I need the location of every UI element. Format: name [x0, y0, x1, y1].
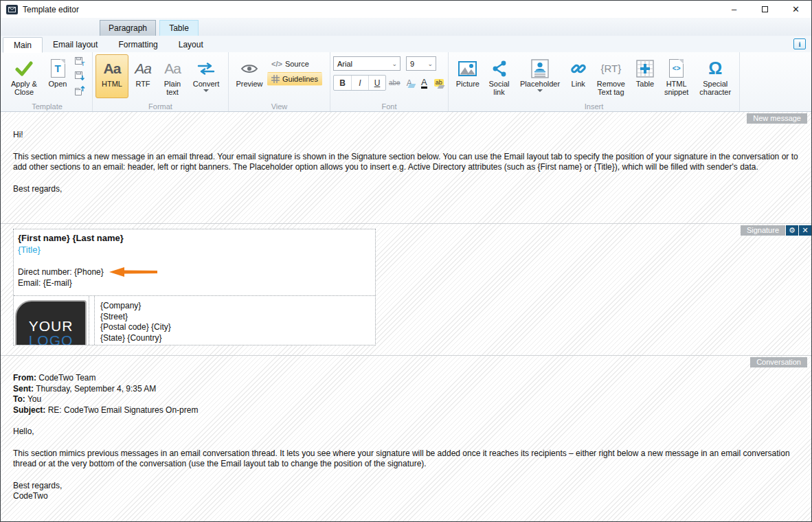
state-country-placeholder: {State} {Country} — [100, 333, 171, 344]
group-label-format: Format — [93, 102, 228, 111]
info-button[interactable]: i — [793, 38, 806, 49]
placeholder-dropdown-caret — [537, 89, 543, 95]
signature-section[interactable]: Signature ⚙ ✕ {First name} {Last name} {… — [1, 223, 811, 355]
signature-company-cell[interactable]: {Company} {Street} {Postal code} {City} … — [94, 296, 171, 345]
format-rtf-button[interactable]: Aa RTF — [128, 54, 157, 98]
strikethrough-button[interactable]: abe — [388, 76, 401, 90]
guidelines-button[interactable]: Guidelines — [267, 72, 322, 86]
green-check-icon — [15, 57, 33, 80]
font-size-select[interactable]: 9⌄ — [406, 56, 436, 71]
source-code-icon: </> — [271, 60, 282, 68]
bold-button[interactable]: B — [334, 76, 351, 90]
rt-tag-icon: {RT} — [600, 63, 621, 74]
conversation-body: This section mimics previous messages in… — [13, 449, 799, 470]
apply-close-button[interactable]: Apply & Close — [5, 54, 43, 98]
group-view: Preview </> Source Guidelines View — [229, 52, 330, 111]
group-font: Arial⌄ 9⌄ B I U abe A — [330, 52, 449, 111]
conversation-sent-line: Sent: Thursday, September 4, 9:35 AM — [13, 384, 799, 395]
conversation-subject-line: Subject: RE: CodeTwo Email Signatures On… — [13, 405, 799, 416]
chain-link-icon — [569, 57, 587, 80]
import-file-button[interactable] — [74, 84, 86, 96]
aa-rtf-icon: Aa — [135, 60, 151, 77]
close-button[interactable]: ✕ — [780, 1, 811, 18]
maximize-icon — [762, 6, 768, 12]
conversation-from-line: From: CodeTwo Team — [13, 373, 799, 384]
conversation-tag: Conversation — [750, 357, 807, 367]
signature-block[interactable]: {First name} {Last name} {Title} Direct … — [13, 229, 376, 345]
signature-logo-cell[interactable]: YOUR LOGO — [14, 296, 89, 345]
underline-button[interactable]: U — [368, 76, 385, 90]
html-snippet-button[interactable]: <> HTML snippet — [659, 54, 695, 98]
title-bar: Template editor – ✕ — [1, 1, 811, 18]
open-document-icon: T — [51, 57, 65, 80]
ribbon: Apply & Close T Open T Template — [1, 52, 811, 112]
signature-title-placeholder: {Title} — [18, 244, 371, 256]
guidelines-grid-icon — [271, 75, 280, 83]
signature-email-placeholder: Email: {E-mail} — [18, 277, 72, 288]
remove-text-tag-button[interactable]: {RT} Remove Text tag — [591, 54, 632, 98]
new-message-closing: Best regards, — [13, 184, 799, 195]
close-icon: ✕ — [802, 226, 808, 235]
convert-dropdown-caret — [203, 89, 209, 95]
svg-text:T: T — [81, 60, 85, 67]
signature-settings-button[interactable]: ⚙ — [786, 225, 798, 236]
new-message-body: This section mimics a new message in an … — [13, 152, 799, 173]
chevron-down-icon: ⌄ — [389, 60, 400, 67]
font-color-button[interactable]: A — [418, 76, 431, 90]
conversation-section[interactable]: Conversation From: CodeTwo Team Sent: Th… — [1, 355, 811, 521]
omega-icon: Ω — [708, 58, 722, 78]
placeholder-person-icon — [531, 57, 549, 80]
new-message-tag: New message — [747, 113, 807, 124]
your-logo-image[interactable]: YOUR LOGO — [15, 300, 87, 345]
font-family-select[interactable]: Arial⌄ — [333, 56, 401, 71]
html-snippet-icon: <> — [669, 57, 684, 80]
window-title: Template editor — [23, 5, 79, 14]
special-character-button[interactable]: Ω Special character — [694, 54, 736, 98]
street-placeholder: {Street} — [100, 312, 171, 323]
source-button[interactable]: </> Source — [267, 57, 322, 71]
template-canvas[interactable]: New message Hi! This section mimics a ne… — [1, 112, 811, 521]
eraser-icon — [408, 84, 416, 88]
highlight-color-button[interactable]: ab — [433, 76, 446, 90]
context-tab-table[interactable]: Table — [159, 20, 199, 36]
preview-button[interactable]: Preview — [232, 54, 267, 98]
clear-formatting-button[interactable]: A — [403, 76, 416, 90]
new-message-section[interactable]: New message Hi! This section mimics a ne… — [1, 112, 811, 223]
template-editor-window: Template editor – ✕ Paragraph Table Main… — [0, 0, 812, 522]
tab-main[interactable]: Main — [3, 37, 43, 53]
convert-arrows-icon — [197, 57, 215, 80]
italic-button[interactable]: I — [351, 76, 368, 90]
group-label-template: Template — [2, 102, 92, 111]
picture-button[interactable]: Picture — [451, 54, 484, 98]
gear-icon: ⚙ — [789, 226, 796, 235]
signature-name-placeholder: {First name} {Last name} — [18, 232, 371, 244]
save-as-template-button[interactable]: T — [74, 56, 86, 67]
context-tab-paragraph[interactable]: Paragraph — [100, 20, 156, 36]
conversation-greeting: Hello, — [13, 427, 799, 438]
tab-formatting[interactable]: Formatting — [108, 36, 168, 52]
group-label-insert: Insert — [449, 102, 739, 111]
save-download-button[interactable] — [74, 70, 86, 82]
group-insert: Picture Social link Placeholder Link — [449, 52, 740, 111]
table-button[interactable]: Table — [631, 54, 659, 98]
open-button[interactable]: T Open — [43, 54, 72, 98]
contextual-tab-row: Paragraph Table — [1, 18, 811, 36]
signature-remove-button[interactable]: ✕ — [799, 225, 811, 236]
tab-email-layout[interactable]: Email layout — [43, 36, 108, 52]
format-plain-text-button[interactable]: Aa Plain text — [157, 54, 188, 98]
placeholder-button[interactable]: Placeholder — [514, 54, 565, 98]
eye-icon — [240, 57, 258, 80]
company-placeholder: {Company} — [100, 301, 171, 312]
orange-arrow-icon — [109, 267, 157, 277]
social-link-button[interactable]: Social link — [484, 54, 515, 98]
table-grid-icon — [636, 57, 654, 80]
aa-plain-icon: Aa — [164, 60, 181, 77]
maximize-button[interactable] — [749, 1, 780, 18]
minimize-button[interactable]: – — [719, 1, 749, 18]
convert-button[interactable]: Convert — [188, 54, 225, 98]
signature-phone-placeholder: Direct number: {Phone} — [18, 266, 104, 277]
tab-layout[interactable]: Layout — [168, 36, 214, 52]
link-button[interactable]: Link — [566, 54, 591, 98]
aa-html-icon: Aa — [104, 60, 121, 77]
format-html-button[interactable]: Aa HTML — [95, 54, 128, 98]
